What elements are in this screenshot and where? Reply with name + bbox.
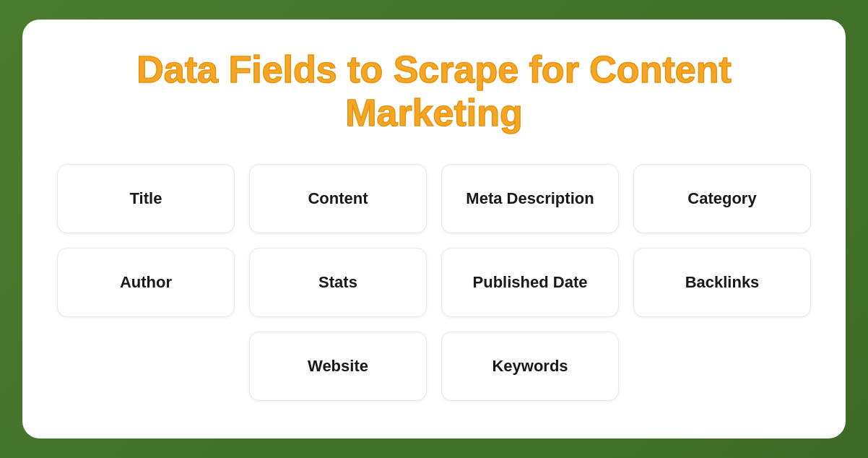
field-card-content: Content xyxy=(249,164,427,233)
field-card-stats: Stats xyxy=(249,248,427,317)
field-label-author: Author xyxy=(120,273,172,292)
field-card-title: Title xyxy=(57,164,235,233)
field-label-stats: Stats xyxy=(318,273,357,292)
fields-grid: Title Content Meta Description Category … xyxy=(57,164,811,401)
field-card-category: Category xyxy=(633,164,811,233)
field-label-title: Title xyxy=(130,189,162,208)
field-label-keywords: Keywords xyxy=(492,357,568,376)
field-card-website: Website xyxy=(249,332,427,401)
field-card-keywords: Keywords xyxy=(441,332,619,401)
field-label-category: Category xyxy=(687,189,756,208)
field-card-published-date: Published Date xyxy=(441,248,619,317)
page-title: Data Fields to Scrape for Content Market… xyxy=(57,48,811,135)
field-label-published-date: Published Date xyxy=(473,273,588,292)
field-label-content: Content xyxy=(308,189,368,208)
field-label-backlinks: Backlinks xyxy=(685,273,760,292)
field-card-meta-description: Meta Description xyxy=(441,164,619,233)
field-card-backlinks: Backlinks xyxy=(633,248,811,317)
field-label-meta-description: Meta Description xyxy=(466,189,594,208)
main-card: Data Fields to Scrape for Content Market… xyxy=(22,20,846,438)
field-label-website: Website xyxy=(308,357,368,376)
field-card-author: Author xyxy=(57,248,235,317)
